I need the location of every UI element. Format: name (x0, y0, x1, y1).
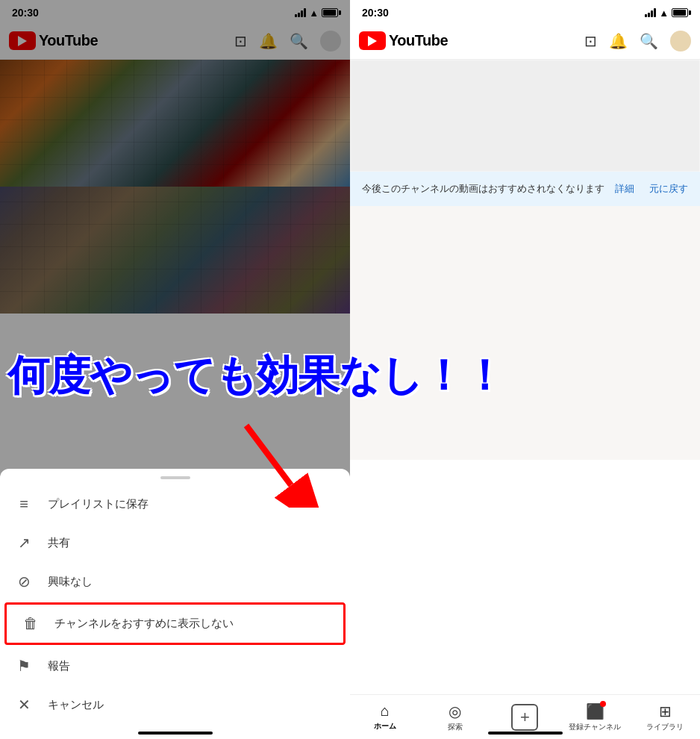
status-bar-right: 20:30 ▲ (350, 0, 700, 22)
menu-label-share: 共有 (48, 536, 70, 550)
menu-label-dontrecommend: チャンネルをおすすめに表示しない (54, 617, 234, 631)
menu-item-share[interactable]: ↗ 共有 (0, 523, 350, 562)
report-icon: ⚑ (15, 657, 33, 675)
battery-icon-right (672, 8, 688, 17)
time-right: 20:30 (362, 7, 389, 19)
home-indicator-right (488, 732, 563, 735)
playlist-icon: ≡ (15, 496, 33, 513)
avatar-right[interactable] (670, 31, 691, 52)
notification-banner: 今後このチャンネルの動画はおすすめされなくなります 詳細 元に戻す (350, 172, 700, 206)
nav-library-label: ライブラリ (646, 722, 684, 732)
yt-logo-right: YouTube (359, 31, 584, 50)
subscriptions-icon-wrap: ⬛ (586, 702, 604, 720)
wifi-icon-right: ▲ (659, 7, 669, 19)
yt-logo-icon-right (359, 31, 386, 50)
menu-label-report: 報告 (48, 659, 70, 673)
dontrecommend-icon: 🗑 (22, 615, 40, 632)
signal-icon-right (645, 8, 656, 17)
yt-header-right: YouTube ⊡ 🔔 🔍 (350, 22, 700, 60)
nav-subscriptions[interactable]: ⬛ 登録チャンネル (560, 702, 630, 732)
menu-label-notinterested: 興味なし (48, 575, 93, 589)
share-icon: ↗ (15, 534, 33, 552)
thumbnail-1-right (350, 60, 700, 172)
nav-explore-label: 探索 (448, 722, 463, 732)
nav-create[interactable]: + (490, 704, 560, 731)
menu-label-playlist: プレイリストに保存 (48, 497, 149, 511)
menu-item-notinterested[interactable]: ⊘ 興味なし (0, 562, 350, 601)
menu-item-playlist[interactable]: ≡ プレイリストに保存 (0, 485, 350, 523)
banner-text: 今後このチャンネルの動画はおすすめされなくなります (362, 182, 615, 196)
thumbnail-2-right (350, 206, 700, 460)
menu-item-dontrecommend[interactable]: 🗑 チャンネルをおすすめに表示しない (4, 602, 346, 645)
main-container: 20:30 ▲ YouTube ⊡ (0, 0, 700, 739)
menu-item-cancel[interactable]: ✕ キャンセル (0, 685, 350, 724)
menu-label-cancel: キャンセル (48, 698, 104, 712)
nav-library[interactable]: ⊞ ライブラリ (630, 702, 700, 732)
notinterested-icon: ⊘ (15, 573, 33, 590)
yt-logo-text-right: YouTube (389, 32, 448, 49)
banner-actions: 詳細 元に戻す (615, 182, 688, 196)
cast-icon-right[interactable]: ⊡ (584, 32, 597, 50)
library-icon: ⊞ (659, 702, 672, 720)
notification-dot (600, 701, 606, 707)
nav-home-label: ホーム (374, 721, 396, 732)
phone-left: 20:30 ▲ YouTube ⊡ (0, 0, 350, 739)
sheet-handle (160, 476, 190, 479)
yt-header-icons-right: ⊡ 🔔 🔍 (584, 31, 691, 52)
detail-button[interactable]: 詳細 (615, 182, 634, 196)
undo-button[interactable]: 元に戻す (649, 182, 688, 196)
explore-icon: ◎ (449, 702, 461, 720)
menu-item-report[interactable]: ⚑ 報告 (0, 646, 350, 685)
home-indicator-left (138, 732, 213, 735)
bottom-sheet-menu: ≡ プレイリストに保存 ↗ 共有 ⊘ 興味なし 🗑 チャンネルをおすすめに表示し… (0, 469, 350, 739)
search-icon-right[interactable]: 🔍 (640, 32, 658, 50)
nav-home[interactable]: ⌂ ホーム (350, 702, 420, 732)
nav-explore[interactable]: ◎ 探索 (420, 702, 490, 732)
bell-icon-right[interactable]: 🔔 (609, 32, 628, 50)
phone-right: 20:30 ▲ YouTube ⊡ (350, 0, 700, 739)
home-icon: ⌂ (381, 702, 390, 720)
nav-subscriptions-label: 登録チャンネル (569, 722, 621, 732)
status-icons-right: ▲ (645, 7, 688, 19)
cancel-icon: ✕ (15, 696, 33, 714)
create-plus-icon: + (511, 704, 538, 731)
